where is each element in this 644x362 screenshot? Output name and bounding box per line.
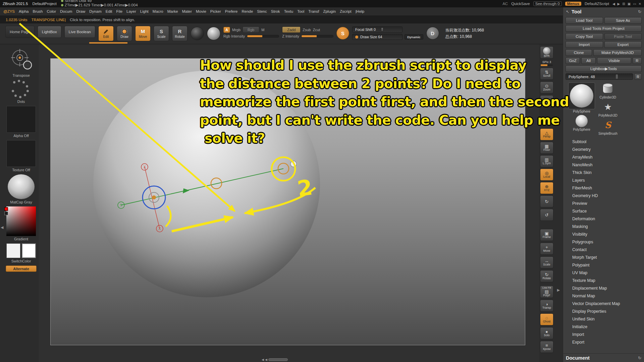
transpose-mid-ring[interactable] [211, 178, 222, 189]
default-zscript-button[interactable]: DefaultZScript [585, 2, 609, 6]
menu-item[interactable]: Dynam [89, 9, 101, 13]
alternate-button[interactable]: Alternate [6, 265, 37, 272]
zcut-toggle[interactable]: Zcut [313, 28, 320, 32]
titlebar-window-icon[interactable]: ▭ [633, 2, 636, 6]
tool-section[interactable]: UV Map [563, 269, 644, 277]
tool-section[interactable]: ArrayMesh [563, 154, 644, 161]
focal-shift-slider[interactable]: Focal Shift 0 [352, 26, 402, 33]
quicksave-button[interactable]: QuickSave [511, 2, 530, 6]
home-page-button[interactable]: Home Page [5, 26, 35, 38]
shelf-button[interactable]: ▦ Floor [540, 142, 553, 154]
tool-r-button[interactable]: R [634, 73, 642, 80]
stroke-dots-tool[interactable]: Dots [6, 80, 37, 104]
dynamic-toggle[interactable]: Dynamic [405, 34, 423, 40]
menu-item[interactable]: File [116, 9, 123, 13]
tool-thumb-polysphere[interactable] [574, 115, 589, 127]
tool-section[interactable]: Morph Target [563, 254, 644, 261]
rotate-button[interactable]: R Rotate [172, 26, 187, 41]
load-tool-button[interactable]: Load Tool [566, 17, 603, 24]
goz-r-button[interactable]: R [633, 57, 642, 64]
zsub-toggle[interactable]: Zsub [303, 28, 311, 32]
menu-item[interactable]: Color [47, 9, 56, 13]
mrgb-toggle[interactable]: Mrgb [232, 28, 240, 32]
menu-item[interactable]: Alpha [19, 9, 29, 13]
alt-color-swatch[interactable] [22, 243, 36, 258]
menu-item[interactable]: Edit [106, 9, 112, 13]
texture-selector[interactable]: Texture Off [6, 140, 37, 172]
rgb-intensity-slider[interactable] [247, 35, 279, 38]
tool-section[interactable]: Unified Skin [563, 315, 644, 323]
shelf-button[interactable]: ↺ [540, 209, 553, 221]
tool-section[interactable]: Thick Skin [563, 169, 644, 177]
tool-section[interactable]: Import [563, 331, 644, 339]
menu-item[interactable]: Brush [33, 9, 43, 13]
right-tray-arrow-icon[interactable]: ▶ [554, 44, 563, 362]
tool-section[interactable]: Texture Map [563, 277, 644, 285]
shelf-button[interactable]: ⊙ Zoom [540, 81, 553, 94]
titlebar-window-icon[interactable]: ▶ [618, 2, 620, 6]
scroll-left-icon[interactable]: ◀ [262, 358, 264, 361]
menus-button[interactable]: Menus [565, 2, 581, 6]
edit-button[interactable]: Edit [98, 26, 114, 41]
brush-preview[interactable] [191, 27, 204, 40]
cycle-icon[interactable]: ↻ [638, 356, 641, 360]
export-button[interactable]: Export [604, 41, 642, 48]
secondary-color-swatch[interactable] [4, 212, 8, 215]
left-tray-arrow-icon[interactable]: ◀ [1, 225, 3, 230]
menu-item[interactable]: |Help [356, 9, 365, 13]
shelf-button[interactable]: ▥ L.Sym [540, 155, 553, 167]
tool-section[interactable]: Subtool [563, 138, 644, 146]
document-panel-header[interactable]: Document ↻ [563, 353, 644, 362]
titlebar-window-icon[interactable]: ✕ [639, 2, 641, 6]
menu-item[interactable]: @ZYS [3, 9, 15, 13]
goz-all-button[interactable]: All [581, 57, 596, 64]
menu-item[interactable]: Marke [167, 9, 178, 13]
menu-item[interactable]: Transf [308, 9, 319, 13]
shelf-button[interactable]: ◉ Actual [540, 95, 553, 107]
copy-tool-button[interactable]: Copy Tool [566, 33, 603, 40]
goz-visible-button[interactable]: Visible [597, 57, 631, 64]
switch-color[interactable]: SwitchColor [6, 243, 37, 263]
active-tool-thumbnail[interactable] [568, 82, 595, 109]
tool-section[interactable]: Vector Displacement Map [563, 300, 644, 308]
spix-slider[interactable]: SPix 3 [540, 60, 553, 66]
goz-button[interactable]: GoZ [566, 57, 580, 64]
tool-thumb-simplebrush[interactable]: S [600, 119, 615, 131]
viewport-canvas[interactable]: X X Y ◀ ◀ [39, 44, 539, 362]
titlebar-window-icon[interactable]: ⊞ [622, 2, 625, 6]
tool-section[interactable]: Surface [563, 207, 644, 215]
alpha-selector[interactable]: Alpha Off [6, 106, 37, 138]
titlebar-window-icon[interactable]: ▣ [628, 2, 631, 6]
main-color-swatch[interactable] [6, 243, 20, 258]
shelf-button[interactable]: △ Persp [540, 128, 553, 140]
shelf-button[interactable]: ▣ Frame [540, 229, 553, 241]
m-toggle[interactable]: M [261, 28, 264, 32]
cycle-icon[interactable]: ↻ [638, 9, 641, 14]
shelf-button[interactable]: ◑ Transp [540, 300, 553, 312]
tool-section[interactable]: Initialize [563, 323, 644, 331]
import-button[interactable]: Import [566, 41, 603, 48]
see-through-slider[interactable]: See-through 0 [533, 1, 562, 6]
slider-handle[interactable] [381, 27, 383, 32]
tool-section[interactable]: Polygroups [563, 238, 644, 246]
zadd-toggle[interactable]: Zadd [282, 26, 301, 33]
menu-item[interactable]: Movie [196, 9, 206, 13]
material-selector[interactable]: MatCap Gray [6, 174, 37, 204]
load-tools-from-project-button[interactable]: Load Tools From Project [566, 25, 642, 32]
shelf-button[interactable]: ⊕ XYZ [540, 182, 553, 194]
menu-item[interactable]: Prefere [225, 9, 238, 13]
live-boolean-button[interactable]: Live Boolean [64, 26, 96, 38]
mrgb-chip[interactable]: A [223, 27, 230, 33]
tool-section[interactable]: Visibility [563, 231, 644, 238]
shelf-button[interactable]: ◌ Ghost [540, 313, 553, 325]
pointer-icon[interactable]: ↖ [566, 9, 569, 14]
save-as-button[interactable]: Save As [604, 17, 642, 24]
density-icon[interactable]: D [426, 27, 439, 40]
menu-item[interactable]: Draw [76, 9, 85, 13]
tool-name-slider[interactable]: PolySphere. 48 [566, 73, 633, 80]
menu-item[interactable]: Mater [182, 9, 192, 13]
transpose-tool[interactable]: Transpose [6, 48, 37, 77]
shelf-button[interactable]: Line Fill ▤ PolyF [540, 286, 553, 298]
menu-item[interactable]: Strok [271, 9, 280, 13]
canvas-horizontal-scrollbar[interactable]: ◀ ◀ [262, 358, 288, 361]
